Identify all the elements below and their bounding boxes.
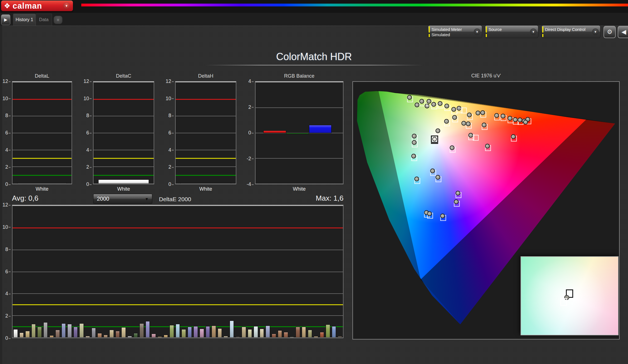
limit-line-green — [176, 175, 236, 176]
bar — [79, 323, 84, 338]
y-axis-tick: 4 — [5, 147, 8, 153]
chevron-down-icon: ▼ — [530, 28, 537, 35]
direct-display-control-dropdown[interactable]: Direct Display Control ▼ — [541, 25, 600, 38]
y-axis: 024681012 — [80, 81, 91, 184]
bar — [193, 326, 198, 338]
meter-dropdown-label: Simulated Meter — [431, 27, 474, 32]
bar — [302, 327, 306, 338]
deltae-2000-chart: 024681012 — [12, 205, 344, 338]
source-dropdown[interactable]: Source ▼ — [485, 25, 538, 38]
measured-point — [412, 140, 417, 145]
gridline — [94, 116, 154, 116]
bar — [286, 133, 309, 134]
y-axis-tick: 0 — [168, 181, 171, 187]
measured-point — [419, 99, 424, 104]
measured-point — [430, 168, 435, 173]
y-axis-tick: 4 — [86, 147, 89, 153]
bar — [296, 327, 300, 338]
y-axis-tick: 2 — [248, 104, 251, 110]
tab-data[interactable]: Data — [36, 14, 52, 26]
measured-point — [414, 176, 419, 181]
bar — [31, 324, 36, 338]
limit-line-yellow — [176, 158, 236, 159]
measured-point — [450, 146, 455, 150]
bar — [224, 336, 228, 338]
gridline — [176, 116, 236, 116]
bar — [139, 323, 144, 338]
tab-label: Data — [39, 17, 49, 22]
y-axis-tick: 8 — [168, 113, 171, 119]
x-axis-label: White — [175, 186, 236, 192]
add-tab-button[interactable]: + — [54, 16, 62, 24]
bar — [116, 331, 120, 338]
spectrum-bar — [81, 4, 628, 6]
bar — [314, 336, 318, 338]
bar — [73, 327, 78, 338]
measured-point — [501, 114, 505, 119]
x-axis-label: White — [12, 186, 72, 192]
bar — [332, 326, 336, 338]
limit-line-yellow — [13, 158, 72, 159]
bar — [320, 332, 324, 338]
calman-diamond-icon: ❖ — [4, 2, 10, 9]
gridline — [256, 107, 343, 108]
y-axis: 024681012 — [162, 81, 173, 184]
gridline — [13, 250, 343, 250]
bar — [188, 327, 192, 338]
gear-icon: ⚙ — [607, 28, 612, 36]
bar — [218, 328, 222, 338]
logo-menu-caret-icon[interactable]: ▼ — [63, 2, 70, 9]
page-title: ColorMatch HDR — [0, 51, 628, 63]
y-axis-tick: 10 — [166, 95, 171, 101]
gridline — [13, 315, 343, 316]
y-axis-tick: 6 — [86, 130, 89, 136]
simulated-meter-dropdown[interactable]: Simulated Meter Simulated ▼ — [428, 25, 482, 38]
collapse-panel-button[interactable]: ◀ — [618, 26, 628, 38]
x-axis-label: White — [255, 186, 344, 192]
measured-point — [407, 95, 412, 100]
bar — [230, 321, 234, 338]
limit-line-red — [13, 99, 72, 100]
y-axis-tick: 8 — [86, 113, 89, 119]
bar — [272, 334, 276, 338]
x-axis-label: White — [93, 186, 154, 192]
y-axis-tick: 0 — [5, 335, 8, 341]
y-axis-tick: 0 — [86, 181, 89, 187]
app-window: ❖ calman ▼ ▶ History 1 Data + Simulated … — [0, 0, 628, 364]
y-axis-tick: -4 — [247, 181, 251, 187]
measured-point — [452, 115, 457, 120]
gridline — [176, 166, 236, 167]
bar — [278, 330, 282, 338]
y-axis-tick: 8 — [5, 113, 8, 119]
bar — [326, 324, 330, 338]
y-axis-tick: 4 — [5, 291, 8, 297]
gridline — [13, 133, 72, 133]
bar — [98, 179, 149, 184]
layout-nav-button[interactable]: ▶ — [1, 14, 10, 25]
measured-point — [494, 113, 499, 118]
bar — [308, 330, 312, 338]
measured-point — [454, 200, 459, 204]
deltae-formula-value: 2000 — [97, 196, 145, 202]
deltae-formula-select[interactable]: 2000 ▼ — [93, 194, 152, 204]
gridline — [176, 133, 236, 133]
deltac-plot-area — [93, 81, 154, 184]
bar — [62, 323, 66, 338]
y-axis-tick: 6 — [5, 269, 8, 274]
bar — [109, 330, 114, 338]
y-axis-tick: 12 — [166, 78, 171, 84]
bar — [67, 324, 72, 338]
measured-point — [480, 110, 485, 115]
inset-reference-square — [560, 298, 567, 306]
settings-button[interactable]: ⚙ — [604, 26, 616, 38]
tab-history-1[interactable]: History 1 — [13, 14, 36, 26]
bar — [236, 336, 240, 338]
bar — [290, 337, 294, 338]
chevron-down-icon: ▼ — [592, 28, 599, 35]
chevron-down-icon: ▼ — [474, 28, 480, 35]
gridline — [256, 158, 343, 159]
measured-point — [426, 99, 431, 104]
bar — [254, 326, 258, 338]
calman-logo-button[interactable]: ❖ calman ▼ — [1, 1, 73, 11]
plus-icon: + — [57, 17, 60, 23]
